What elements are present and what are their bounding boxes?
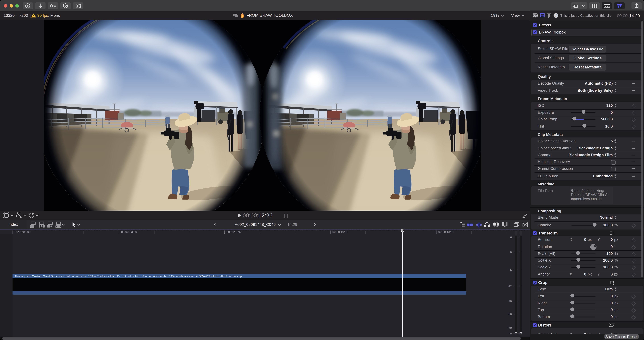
svg-text:i: i [556,13,556,17]
svg-text:2: 2 [534,14,536,17]
